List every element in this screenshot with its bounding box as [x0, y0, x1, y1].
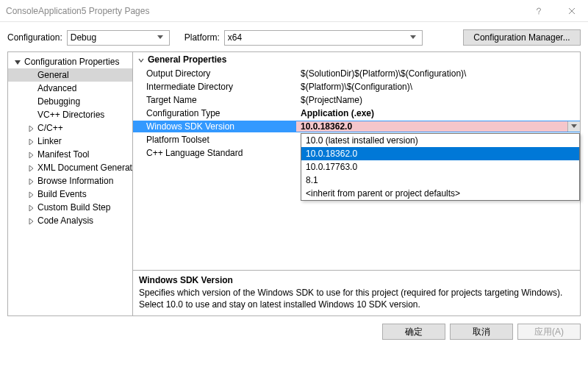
configuration-bar: Configuration: Debug Platform: x64 Confi…	[0, 22, 588, 51]
platform-label: Platform:	[184, 32, 220, 43]
property-name: Intermediate Directory	[133, 82, 296, 92]
tree-item-label: C/C++	[37, 123, 63, 133]
description-box: Windows SDK Version Specifies which vers…	[133, 270, 580, 315]
tree-item-custom-build-step[interactable]: Custom Build Step	[8, 201, 132, 214]
tree-item-linker[interactable]: Linker	[8, 135, 132, 148]
property-name: C++ Language Standard	[133, 148, 296, 158]
category-general-properties[interactable]: General Properties	[133, 52, 580, 67]
property-row[interactable]: Windows SDK Version10.0.18362.0	[133, 120, 580, 133]
tree-item-code-analysis[interactable]: Code Analysis	[8, 214, 132, 227]
tree-item-label: Advanced	[37, 83, 76, 93]
tree-panel: Configuration Properties GeneralAdvanced…	[8, 52, 133, 315]
property-value[interactable]: $(ProjectName)	[296, 95, 580, 105]
chevron-down-icon	[137, 56, 145, 63]
tree-item-manifest-tool[interactable]: Manifest Tool	[8, 148, 132, 161]
dropdown-option[interactable]: 10.0.17763.0	[301, 160, 579, 174]
triangle-right-icon	[27, 138, 35, 145]
triangle-right-icon	[27, 190, 35, 198]
tree-item-label: Build Events	[37, 189, 87, 199]
triangle-right-icon	[27, 204, 35, 211]
property-value[interactable]: Application (.exe)	[296, 108, 580, 118]
ok-button[interactable]: 确定	[382, 324, 445, 340]
main-panel: Configuration Properties GeneralAdvanced…	[7, 51, 581, 316]
description-text: Specifies which version of the Windows S…	[139, 287, 574, 310]
chevron-down-icon	[155, 35, 166, 40]
configuration-dropdown[interactable]: Debug	[67, 30, 170, 46]
property-value[interactable]: $(Platform)\$(Configuration)\	[296, 82, 580, 92]
tree-item-label: Linker	[37, 136, 62, 146]
platform-dropdown[interactable]: x64	[224, 30, 423, 46]
tree-item-browse-information[interactable]: Browse Information	[8, 174, 132, 188]
dropdown-button[interactable]	[567, 121, 580, 132]
triangle-right-icon	[27, 124, 35, 132]
property-name: Output Directory	[133, 68, 296, 79]
property-name: Platform Toolset	[133, 135, 296, 145]
tree-item-xml-document-generator[interactable]: XML Document Generator	[8, 161, 132, 174]
sdk-version-dropdown[interactable]: 10.0 (latest installed version)10.0.1836…	[301, 133, 580, 201]
dropdown-option[interactable]: 10.0 (latest installed version)	[301, 134, 579, 147]
property-row[interactable]: Intermediate Directory$(Platform)\$(Conf…	[133, 80, 580, 93]
tree-item-c-c-[interactable]: C/C++	[8, 121, 132, 135]
platform-value: x64	[228, 32, 408, 43]
window-title: ConsoleApplication5 Property Pages	[6, 6, 149, 16]
tree-item-label: VC++ Directories	[37, 110, 104, 120]
cancel-button[interactable]: 取消	[450, 324, 513, 340]
apply-button[interactable]: 应用(A)	[517, 324, 581, 340]
property-row[interactable]: Target Name$(ProjectName)	[133, 93, 580, 107]
property-value[interactable]: 10.0.18362.0	[296, 121, 580, 132]
property-name: Target Name	[133, 95, 296, 105]
triangle-right-icon	[27, 151, 35, 158]
tree-item-vc-directories[interactable]: VC++ Directories	[8, 108, 132, 121]
configuration-value: Debug	[71, 32, 155, 43]
titlebar: ConsoleApplication5 Property Pages	[0, 0, 588, 22]
chevron-down-icon	[408, 35, 419, 40]
property-grid: Output Directory$(SolutionDir)$(Platform…	[133, 67, 580, 270]
tree-item-label: Code Analysis	[37, 215, 93, 226]
close-button[interactable]	[555, 0, 588, 22]
triangle-right-icon	[27, 177, 35, 185]
description-title: Windows SDK Version	[139, 275, 574, 285]
tree-item-debugging[interactable]: Debugging	[8, 95, 132, 108]
triangle-down-icon	[14, 58, 21, 65]
configuration-manager-button[interactable]: Configuration Manager...	[463, 29, 581, 46]
tree-item-label: Debugging	[37, 96, 80, 107]
tree-root-configuration-properties[interactable]: Configuration Properties	[8, 55, 132, 68]
property-name: Configuration Type	[133, 108, 296, 118]
help-button[interactable]	[522, 0, 555, 22]
configuration-label: Configuration:	[7, 32, 62, 43]
triangle-right-icon	[27, 217, 35, 224]
tree-item-label: Manifest Tool	[37, 149, 89, 160]
dialog-button-bar: 确定 取消 应用(A)	[0, 316, 588, 340]
property-grid-panel: General Properties Output Directory$(Sol…	[133, 52, 580, 315]
tree-item-general[interactable]: General	[8, 68, 132, 82]
triangle-right-icon	[27, 164, 35, 171]
dropdown-option[interactable]: 8.1	[301, 174, 579, 187]
tree-item-label: General	[37, 70, 69, 80]
tree-item-build-events[interactable]: Build Events	[8, 188, 132, 201]
property-value[interactable]: $(SolutionDir)$(Platform)\$(Configuratio…	[296, 68, 580, 79]
dropdown-option[interactable]: <inherit from parent or project defaults…	[301, 187, 579, 200]
dropdown-option[interactable]: 10.0.18362.0	[301, 147, 579, 160]
property-row[interactable]: Output Directory$(SolutionDir)$(Platform…	[133, 67, 580, 80]
property-name: Windows SDK Version	[133, 121, 296, 132]
tree-item-label: Browse Information	[37, 176, 113, 186]
tree-item-label: Custom Build Step	[37, 202, 110, 213]
tree-item-advanced[interactable]: Advanced	[8, 82, 132, 95]
property-row[interactable]: Configuration TypeApplication (.exe)	[133, 107, 580, 120]
tree-item-label: XML Document Generator	[37, 163, 133, 173]
